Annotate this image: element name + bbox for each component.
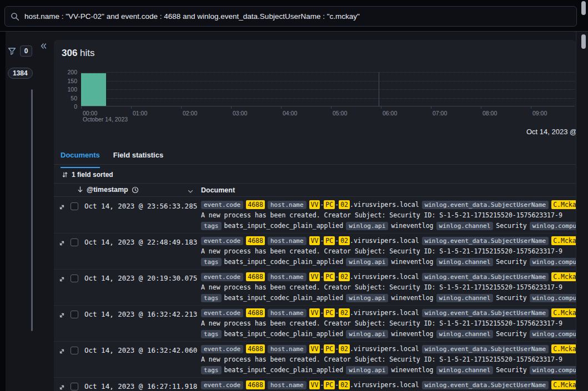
doc-text: .virusvipers.local: [350, 345, 419, 353]
table-row: Oct 14, 2023 @ 16:32:42.060 event.code46…: [54, 342, 576, 378]
page-scrollbar-thumb[interactable]: [581, 1, 586, 15]
sort-fields-button[interactable]: 1 field sorted: [62, 171, 113, 179]
doc-line-tags: tagsbeats_input_codec_plain_appliedwinlo…: [201, 293, 576, 303]
y-axis-tick-label: 200: [54, 69, 77, 75]
field-filter-control[interactable]: 0: [8, 45, 32, 57]
row-timestamp: Oct 14, 2023 @ 23:56:33.285: [84, 202, 197, 210]
field-name-badge: winlog.channel: [436, 222, 494, 230]
tab-field-statistics[interactable]: Field statistics: [113, 151, 163, 164]
field-name-badge: event.code: [201, 201, 243, 209]
row-timestamp: Oct 14, 2023 @ 22:48:49.183: [84, 238, 197, 246]
row-checkbox[interactable]: [71, 311, 78, 318]
field-name-badge: host.name: [268, 201, 306, 209]
row-timestamp: Oct 14, 2023 @ 16:32:42.060: [84, 346, 197, 354]
row-timestamp: Oct 14, 2023 @ 20:19:30.075: [84, 274, 197, 282]
x-axis-tick: [431, 106, 431, 109]
doc-line-message: A new process has been created. Creator …: [201, 282, 576, 293]
tab-documents[interactable]: Documents: [61, 151, 100, 164]
x-axis-date-label: October 14, 2023: [83, 116, 128, 123]
timestamp-header-label: @timestamp: [87, 186, 128, 194]
highlighted-value: PC: [324, 380, 335, 389]
field-name-badge: winlog.api: [346, 258, 388, 266]
row-checkbox[interactable]: [71, 238, 78, 246]
highlighted-value: 4688: [246, 236, 265, 245]
row-checkbox[interactable]: [71, 347, 78, 354]
highlighted-value: VV: [309, 308, 320, 317]
row-checkbox[interactable]: [71, 383, 78, 390]
x-axis-tick-label: 06:00: [383, 110, 397, 116]
expand-document-button[interactable]: [58, 203, 66, 213]
row-checkbox[interactable]: [71, 275, 78, 282]
x-axis-tick-label: 07:00: [433, 110, 447, 116]
expand-document-button[interactable]: [58, 311, 66, 321]
highlighted-value: 4688: [246, 344, 265, 353]
table-row: Oct 14, 2023 @ 16:32:42.213 event.code46…: [54, 306, 576, 342]
table-header: @timestamp Document: [54, 183, 576, 197]
table-row: Oct 14, 2023 @ 16:27:11.918 event.code46…: [54, 378, 576, 391]
row-document: event.code4688host.nameVV-PC-02.virusvip…: [201, 200, 576, 233]
highlighted-value: C.Mckay: [551, 344, 576, 353]
column-menu-button[interactable]: [187, 187, 194, 197]
field-name-badge: winlog.api: [346, 294, 388, 302]
panel-scrollbar-thumb[interactable]: [581, 34, 586, 49]
field-name-badge: winlog.api: [346, 366, 388, 374]
field-name-badge: tags: [201, 222, 222, 230]
field-name-badge: winlog.event_data.SubjectUserName: [422, 309, 549, 317]
filter-count-badge: 0: [20, 45, 32, 57]
query-text[interactable]: host.name : "VV-PC-02" and event.code : …: [24, 12, 360, 21]
field-name-badge: winlog.channel: [436, 258, 494, 266]
expand-document-button[interactable]: [58, 383, 66, 391]
field-name-badge: winlog.event_data.SubjectUserName: [422, 237, 549, 245]
doc-text: wineventlog: [391, 366, 433, 374]
row-timestamp: Oct 14, 2023 @ 16:32:42.213: [84, 310, 197, 318]
x-axis-tick-label: 04:00: [283, 110, 297, 116]
field-name-badge: winlog.channel: [436, 294, 494, 302]
collapse-sidebar-button[interactable]: [38, 40, 49, 52]
field-name-badge: event.code: [201, 345, 243, 353]
highlighted-value: 4688: [246, 272, 265, 281]
available-fields-count-badge: 1384: [8, 68, 33, 79]
field-name-badge: winlog.computer_name: [530, 366, 576, 374]
highlighted-value: 02: [339, 344, 350, 353]
row-checkbox[interactable]: [71, 202, 78, 210]
histogram-plot[interactable]: [81, 72, 575, 106]
timestamp-column-header[interactable]: @timestamp: [77, 186, 139, 194]
doc-line-fields: event.code4688host.nameVV-PC-02.virusvip…: [201, 344, 576, 354]
expand-document-button[interactable]: [58, 347, 66, 357]
doc-line-fields: event.code4688host.nameVV-PC-02.virusvip…: [201, 200, 576, 210]
gridline: [81, 72, 575, 73]
y-axis-tick-label: 0: [54, 103, 77, 110]
row-document: event.code4688host.nameVV-PC-02.virusvip…: [201, 380, 576, 391]
doc-text: beats_input_codec_plain_applied: [224, 222, 344, 230]
field-name-badge: winlog.api: [346, 222, 388, 230]
table-row: Oct 14, 2023 @ 23:56:33.285 event.code46…: [54, 197, 576, 233]
field-name-badge: winlog.computer_name: [530, 294, 576, 302]
doc-line-tags: tagsbeats_input_codec_plain_appliedwinlo…: [201, 221, 576, 231]
x-axis-tick: [281, 106, 282, 109]
sort-descending-icon: [77, 186, 83, 193]
doc-text: Security: [496, 330, 526, 338]
highlighted-value: C.Mckay: [551, 200, 576, 209]
highlighted-value: C.Mckay: [551, 380, 576, 389]
doc-line-fields: event.code4688host.nameVV-PC-02.virusvip…: [201, 380, 576, 390]
doc-text: wineventlog: [391, 222, 433, 230]
highlighted-value: PC: [324, 200, 335, 209]
x-axis-tick-label: 00:00: [83, 110, 97, 116]
doc-text: .virusvipers.local: [350, 381, 419, 389]
y-axis-tick-label: 150: [54, 78, 77, 84]
highlighted-value: 4688: [246, 200, 265, 209]
row-document: event.code4688host.nameVV-PC-02.virusvip…: [201, 308, 576, 341]
expand-document-button[interactable]: [58, 275, 66, 285]
field-name-badge: winlog.event_data.SubjectUserName: [422, 381, 549, 389]
histogram-bar[interactable]: [81, 73, 106, 106]
field-name-badge: winlog.api: [346, 330, 388, 338]
sidebar-scrollbar[interactable]: [31, 89, 33, 331]
workspace: 0 1384 306 hits October 14, 2023 0501001…: [0, 32, 588, 391]
expand-document-button[interactable]: [58, 239, 66, 249]
highlighted-value: PC: [324, 308, 335, 317]
doc-text: Security: [496, 222, 526, 230]
x-axis-tick: [531, 106, 531, 109]
query-bar[interactable]: host.name : "VV-PC-02" and event.code : …: [4, 6, 577, 27]
field-name-badge: winlog.channel: [436, 366, 494, 374]
field-name-badge: host.name: [268, 273, 306, 281]
